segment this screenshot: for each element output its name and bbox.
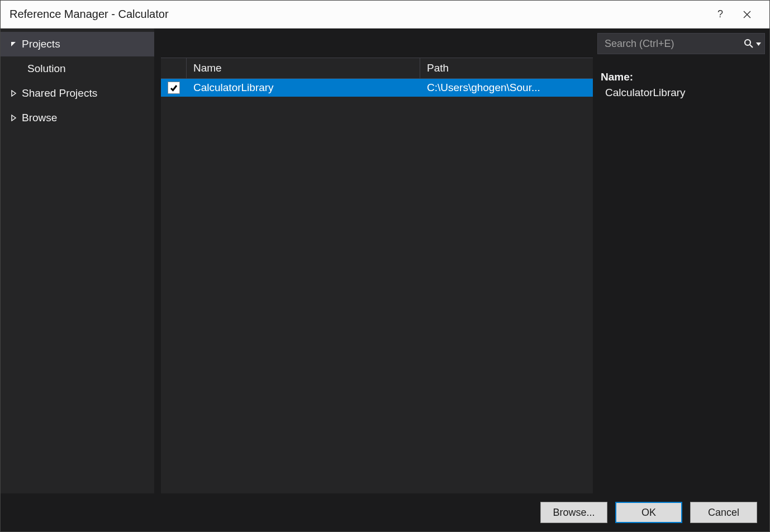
ok-button[interactable]: OK xyxy=(615,502,682,523)
sidebar-item-label: Projects xyxy=(22,38,60,50)
column-name[interactable]: Name xyxy=(187,58,420,78)
details-name-value: CalculatorLibrary xyxy=(601,87,762,99)
svg-marker-4 xyxy=(12,115,16,121)
main-content: Projects Solution Shared Projects Browse… xyxy=(1,28,769,493)
sidebar-item-projects[interactable]: Projects xyxy=(1,32,154,56)
close-button[interactable] xyxy=(734,1,761,28)
collapse-icon xyxy=(9,89,17,97)
svg-marker-7 xyxy=(756,42,761,46)
close-icon xyxy=(743,11,751,18)
sidebar-item-label: Shared Projects xyxy=(22,87,97,99)
browse-button[interactable]: Browse... xyxy=(540,502,607,523)
svg-line-6 xyxy=(750,45,753,48)
details-section: Name: CalculatorLibrary xyxy=(593,58,769,112)
search-icon xyxy=(744,39,754,49)
collapse-icon xyxy=(9,114,17,122)
sidebar-item-solution[interactable]: Solution xyxy=(1,56,154,81)
help-button[interactable]: ? xyxy=(707,1,734,28)
search-box[interactable] xyxy=(597,33,765,54)
svg-marker-3 xyxy=(12,91,16,96)
sidebar-item-browse[interactable]: Browse xyxy=(1,106,154,130)
svg-point-5 xyxy=(745,40,750,45)
sidebar-item-shared-projects[interactable]: Shared Projects xyxy=(1,81,154,106)
sidebar: Projects Solution Shared Projects Browse xyxy=(1,28,154,493)
table-header: Name Path xyxy=(161,58,593,79)
sidebar-item-label: Solution xyxy=(27,63,66,75)
bottom-bar: Browse... OK Cancel xyxy=(1,493,769,531)
row-path: C:\Users\ghogen\Sour... xyxy=(420,82,593,94)
check-icon xyxy=(169,83,178,92)
details-panel: Name: CalculatorLibrary xyxy=(593,28,769,493)
expand-icon xyxy=(9,40,17,48)
svg-marker-2 xyxy=(11,42,16,46)
row-checkbox-cell xyxy=(161,82,187,94)
reference-list-panel: Name Path CalculatorLibrary C:\Users\gho… xyxy=(161,28,593,493)
table-row[interactable]: CalculatorLibrary C:\Users\ghogen\Sour..… xyxy=(161,79,593,97)
search-input[interactable] xyxy=(605,38,744,50)
row-checkbox[interactable] xyxy=(168,82,180,94)
column-path[interactable]: Path xyxy=(420,58,593,78)
cancel-button[interactable]: Cancel xyxy=(690,502,757,523)
chevron-down-icon xyxy=(756,41,761,46)
title-bar: Reference Manager - Calculator ? xyxy=(1,1,769,28)
row-name: CalculatorLibrary xyxy=(187,82,420,94)
sidebar-item-label: Browse xyxy=(22,112,57,124)
details-name-label: Name: xyxy=(601,71,762,83)
search-button[interactable] xyxy=(744,39,761,49)
window-title: Reference Manager - Calculator xyxy=(9,8,707,21)
spacer xyxy=(161,28,593,58)
column-checkbox[interactable] xyxy=(161,58,187,78)
